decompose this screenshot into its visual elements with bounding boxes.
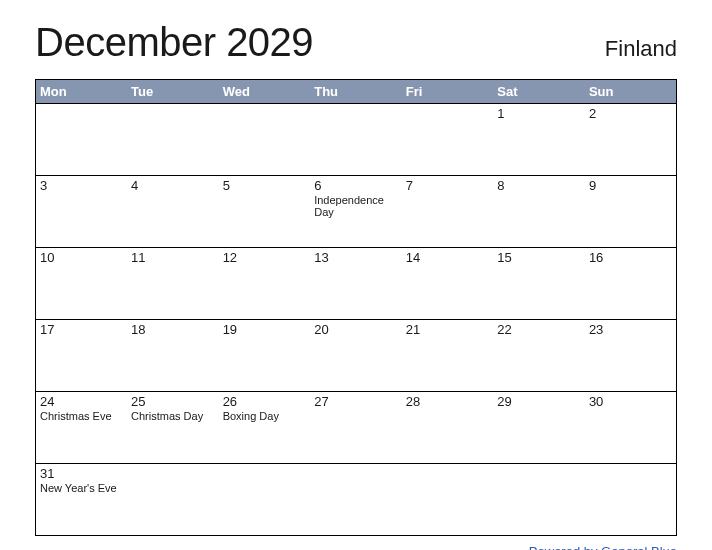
- day-cell: 22: [493, 320, 585, 392]
- day-number: 26: [223, 394, 307, 409]
- day-number: 15: [497, 250, 581, 265]
- day-event: Christmas Eve: [40, 410, 123, 422]
- day-cell: [310, 464, 402, 536]
- day-number: 5: [223, 178, 307, 193]
- day-cell: 12: [219, 248, 311, 320]
- day-event: Boxing Day: [223, 410, 307, 422]
- week-row: 10111213141516: [36, 248, 677, 320]
- day-event: Independence Day: [314, 194, 398, 218]
- weekday-mon: Mon: [36, 80, 128, 104]
- day-number: 11: [131, 250, 215, 265]
- day-number: 30: [589, 394, 672, 409]
- calendar-grid: Mon Tue Wed Thu Fri Sat Sun 123456Indepe…: [35, 79, 677, 536]
- day-cell: [127, 104, 219, 176]
- day-cell: [493, 464, 585, 536]
- day-cell: 30: [585, 392, 677, 464]
- weekday-tue: Tue: [127, 80, 219, 104]
- day-number: 28: [406, 394, 490, 409]
- day-cell: 11: [127, 248, 219, 320]
- day-cell: 14: [402, 248, 494, 320]
- week-row: 24Christmas Eve25Christmas Day26Boxing D…: [36, 392, 677, 464]
- day-cell: 25Christmas Day: [127, 392, 219, 464]
- powered-by-link[interactable]: Powered by General Blue: [529, 544, 677, 550]
- day-number: 31: [40, 466, 123, 481]
- weekday-fri: Fri: [402, 80, 494, 104]
- day-cell: [219, 104, 311, 176]
- day-number: 3: [40, 178, 123, 193]
- day-cell: 24Christmas Eve: [36, 392, 128, 464]
- day-number: 18: [131, 322, 215, 337]
- day-cell: 21: [402, 320, 494, 392]
- day-number: 2: [589, 106, 672, 121]
- day-cell: [585, 464, 677, 536]
- day-cell: 15: [493, 248, 585, 320]
- day-number: 16: [589, 250, 672, 265]
- day-number: 21: [406, 322, 490, 337]
- day-number: 25: [131, 394, 215, 409]
- day-cell: 8: [493, 176, 585, 248]
- day-cell: 1: [493, 104, 585, 176]
- day-cell: 3: [36, 176, 128, 248]
- day-number: 27: [314, 394, 398, 409]
- weekday-thu: Thu: [310, 80, 402, 104]
- day-cell: 7: [402, 176, 494, 248]
- day-number: 7: [406, 178, 490, 193]
- day-event: Christmas Day: [131, 410, 215, 422]
- day-cell: [402, 104, 494, 176]
- day-number: 29: [497, 394, 581, 409]
- day-cell: 18: [127, 320, 219, 392]
- day-number: 20: [314, 322, 398, 337]
- week-row: 3456Independence Day789: [36, 176, 677, 248]
- weekday-sun: Sun: [585, 80, 677, 104]
- day-number: 8: [497, 178, 581, 193]
- weekday-sat: Sat: [493, 80, 585, 104]
- day-number: 1: [497, 106, 581, 121]
- day-number: 24: [40, 394, 123, 409]
- day-cell: 4: [127, 176, 219, 248]
- day-number: 13: [314, 250, 398, 265]
- day-cell: 26Boxing Day: [219, 392, 311, 464]
- week-row: 12: [36, 104, 677, 176]
- day-cell: 17: [36, 320, 128, 392]
- day-cell: 27: [310, 392, 402, 464]
- day-cell: 19: [219, 320, 311, 392]
- day-number: 4: [131, 178, 215, 193]
- calendar-header: December 2029 Finland: [35, 20, 677, 65]
- day-cell: [219, 464, 311, 536]
- footer: Powered by General Blue: [35, 542, 677, 550]
- weekday-header-row: Mon Tue Wed Thu Fri Sat Sun: [36, 80, 677, 104]
- day-number: 14: [406, 250, 490, 265]
- weekday-wed: Wed: [219, 80, 311, 104]
- day-number: 22: [497, 322, 581, 337]
- day-cell: 31New Year's Eve: [36, 464, 128, 536]
- day-number: 6: [314, 178, 398, 193]
- country-label: Finland: [605, 36, 677, 62]
- day-cell: 28: [402, 392, 494, 464]
- day-cell: 23: [585, 320, 677, 392]
- day-cell: 2: [585, 104, 677, 176]
- week-row: 17181920212223: [36, 320, 677, 392]
- day-cell: 10: [36, 248, 128, 320]
- day-cell: [402, 464, 494, 536]
- day-cell: [127, 464, 219, 536]
- day-number: 17: [40, 322, 123, 337]
- day-cell: [310, 104, 402, 176]
- day-cell: 29: [493, 392, 585, 464]
- day-number: 23: [589, 322, 672, 337]
- day-cell: 13: [310, 248, 402, 320]
- day-cell: 5: [219, 176, 311, 248]
- day-number: 12: [223, 250, 307, 265]
- day-cell: 9: [585, 176, 677, 248]
- day-cell: [36, 104, 128, 176]
- week-row: 31New Year's Eve: [36, 464, 677, 536]
- day-number: 10: [40, 250, 123, 265]
- month-title: December 2029: [35, 20, 313, 65]
- day-number: 9: [589, 178, 672, 193]
- day-event: New Year's Eve: [40, 482, 123, 494]
- day-number: 19: [223, 322, 307, 337]
- day-cell: 20: [310, 320, 402, 392]
- day-cell: 16: [585, 248, 677, 320]
- day-cell: 6Independence Day: [310, 176, 402, 248]
